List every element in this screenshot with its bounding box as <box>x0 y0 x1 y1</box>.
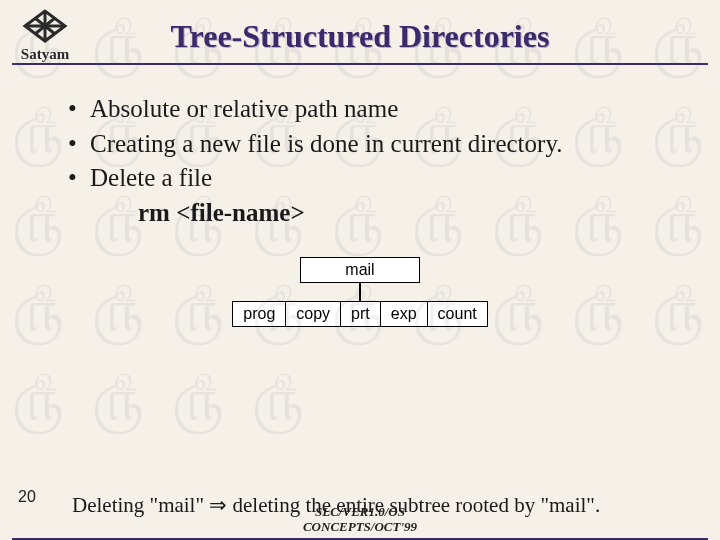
bullet-item: Delete a file rm <file-name> <box>90 162 660 229</box>
tree-child-node: prog <box>233 302 286 326</box>
tree-connector <box>359 283 361 301</box>
title-divider <box>12 63 708 65</box>
tree-child-node: copy <box>286 302 341 326</box>
logo-text: Satyam <box>10 46 80 63</box>
command-example: rm <file-name> <box>138 197 660 230</box>
meta-line: SLC/VER1.0/OS <box>0 505 720 519</box>
meta-line: CONCEPTS/OCT'99 <box>0 520 720 534</box>
tree-child-node: count <box>428 302 487 326</box>
tree-root-node: mail <box>300 257 420 283</box>
tree-diagram: mail prog copy prt exp count <box>0 257 720 327</box>
tree-children-row: prog copy prt exp count <box>232 301 487 327</box>
command-text: rm <file-name> <box>138 199 305 226</box>
tree-child-node: prt <box>341 302 381 326</box>
footer-meta: SLC/VER1.0/OS CONCEPTS/OCT'99 <box>0 505 720 534</box>
page-number: 20 <box>18 488 36 506</box>
bullet-item: Creating a new file is done in current d… <box>90 128 660 161</box>
logo-icon <box>20 6 70 48</box>
brand-logo: Satyam <box>10 6 80 63</box>
bullet-text: Delete a file <box>90 164 212 191</box>
bullet-item: Absolute or relative path name <box>90 93 660 126</box>
tree-child-node: exp <box>381 302 428 326</box>
slide-title: Tree-Structured Directories <box>0 0 720 55</box>
bullet-list: Absolute or relative path name Creating … <box>90 93 660 229</box>
